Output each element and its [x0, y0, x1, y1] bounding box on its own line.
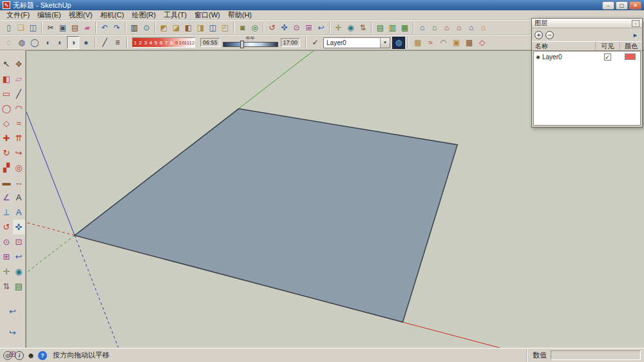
copy-icon[interactable]: ▣ [57, 21, 69, 34]
model-info-icon[interactable]: ⊙ [140, 21, 153, 34]
geolocation-icon[interactable]: ◍ [3, 351, 12, 360]
slider-track[interactable] [223, 42, 278, 47]
look-around-tool[interactable]: ◉ [13, 264, 25, 279]
add-layer-button[interactable]: + [535, 31, 543, 39]
previous-view-tool[interactable]: ↩ [13, 249, 25, 264]
monochrome-style-icon[interactable]: ● [80, 36, 92, 49]
column-header-color[interactable]: 颜色 [620, 42, 642, 51]
measurement-input[interactable] [551, 350, 641, 360]
solid-union-icon[interactable]: ◧ [182, 21, 194, 34]
sandbox-from-contours-icon[interactable]: ≈ [424, 36, 437, 49]
edges-icon[interactable]: ╱ [99, 36, 111, 49]
layer-row[interactable]: ◉ Layer0 ✓ [534, 52, 640, 62]
scene-tab-4[interactable]: 4 [148, 38, 153, 47]
photo-match-icon[interactable]: ◙ [236, 21, 249, 34]
shaded-textures-style-icon[interactable]: ◑ [67, 36, 79, 49]
zoom-extents-icon[interactable]: ⊞ [303, 21, 315, 34]
scene-tab-6[interactable]: 6 [158, 38, 164, 47]
orbit-tool[interactable]: ↺ [1, 220, 13, 234]
tape-measure-tool[interactable]: ▬ [1, 175, 13, 190]
polygon-tool[interactable]: ◇ [1, 116, 13, 131]
sandbox-stamp-icon[interactable]: ▣ [450, 36, 462, 49]
menu-edit[interactable]: 编辑(E) [33, 10, 65, 20]
layer-manager-button[interactable]: ◍ [392, 37, 405, 49]
line-tool[interactable]: ╱ [13, 86, 25, 101]
layer-color-swatch[interactable] [625, 53, 636, 60]
sandbox-flip-edge-icon[interactable]: ◇ [476, 36, 488, 49]
follow-me-tool[interactable]: ↪ [13, 146, 25, 160]
shadow-start-time[interactable]: 06:55 [200, 38, 220, 47]
scene-tab-2[interactable]: 2 [138, 38, 143, 47]
arc-tool[interactable]: ◠ [13, 101, 25, 116]
solid-split-icon[interactable]: ◰ [219, 21, 231, 34]
section-plane-tool[interactable]: ▤ [13, 279, 25, 294]
axis-red-negative[interactable] [26, 222, 75, 235]
menu-file[interactable]: 文件(F) [3, 10, 33, 20]
offset-tool[interactable]: ◎ [13, 160, 25, 175]
make-component-tool[interactable]: ❖ [13, 57, 25, 71]
scene-tab-5[interactable]: 5 [153, 38, 158, 47]
save-icon[interactable]: ◫ [27, 21, 39, 34]
add-location-icon[interactable]: ◎ [249, 21, 261, 34]
column-header-name[interactable]: 名称 [532, 42, 596, 51]
axes-tool[interactable]: ⊥ [1, 205, 13, 220]
menu-help[interactable]: 帮助(H) [224, 10, 256, 20]
paste-icon[interactable]: ▤ [69, 21, 81, 34]
layer-check-icon[interactable]: ✓ [309, 36, 321, 49]
solid-trim-icon[interactable]: ◫ [207, 21, 219, 34]
help-icon[interactable]: ? [38, 351, 47, 360]
position-camera-icon[interactable]: ✛ [332, 21, 345, 34]
user-icon[interactable]: ☻ [26, 351, 35, 360]
axis-blue-positive[interactable] [26, 112, 75, 236]
column-header-visible[interactable]: 可见 [596, 42, 620, 51]
previous-view-extra-tool[interactable]: ↩ [6, 304, 19, 319]
eraser-tool[interactable]: ▱ [13, 71, 25, 86]
circle-tool[interactable]: ◯ [1, 101, 13, 116]
maximize-button[interactable]: ▢ [616, 1, 628, 10]
current-layer-radio-icon[interactable]: ◉ [536, 54, 540, 60]
scale-tool[interactable]: ▞ [1, 160, 13, 175]
text-3d-tool[interactable]: A [13, 205, 25, 220]
scene-tab-1[interactable]: 1 [133, 38, 138, 47]
protractor-tool[interactable]: ∠ [1, 190, 13, 205]
menu-draw[interactable]: 绘图(R) [128, 10, 160, 20]
push-pull-tool[interactable]: ⇈ [13, 131, 25, 146]
back-edges-style-icon[interactable]: ◍ [15, 36, 28, 49]
zoom-tool[interactable]: ⊙ [1, 234, 13, 249]
hidden-line-style-icon[interactable]: ◖ [41, 36, 53, 49]
position-camera-tool[interactable]: ✛ [1, 264, 13, 279]
layer-visible-checkbox[interactable]: ✓ [604, 53, 611, 61]
dimension-tool[interactable]: ↔ [13, 175, 25, 190]
shaded-style-icon[interactable]: ◐ [54, 36, 66, 49]
print-icon[interactable]: ▥ [128, 21, 140, 34]
previous-view-icon[interactable]: ↩ [315, 21, 327, 34]
scene-tab-7[interactable]: 7 [164, 38, 169, 47]
sandbox-from-scratch-icon[interactable]: ▦ [412, 36, 424, 49]
menu-window[interactable]: 窗口(W) [191, 10, 224, 20]
minimize-button[interactable]: – [602, 1, 614, 10]
undo-icon[interactable]: ↶ [99, 21, 111, 34]
view-top-icon[interactable]: ⌂ [428, 21, 440, 34]
scene-tab-10[interactable]: 10 [179, 38, 184, 47]
axis-green-negative[interactable] [26, 235, 75, 272]
look-around-icon[interactable]: ◉ [345, 21, 357, 34]
view-back-icon[interactable]: ⌂ [453, 21, 465, 34]
solid-subtract-icon[interactable]: ◨ [194, 21, 207, 34]
zoom-icon[interactable]: ⊙ [290, 21, 303, 34]
erase-icon[interactable]: ▰ [81, 21, 93, 34]
next-view-tool[interactable]: ↪ [6, 325, 19, 340]
shadow-end-time[interactable]: 17:00 [281, 38, 301, 47]
display-section-planes-icon[interactable]: ▥ [386, 21, 399, 34]
panel-collapse-button[interactable]: ▫ [632, 20, 639, 27]
orbit-icon[interactable]: ↺ [266, 21, 278, 34]
view-front-icon[interactable]: ⌂ [440, 21, 453, 34]
close-button[interactable]: ✕ [629, 1, 641, 10]
delete-layer-button[interactable]: − [545, 31, 554, 39]
slider-thumb[interactable] [240, 41, 244, 48]
menu-camera[interactable]: 相机(C) [96, 10, 128, 20]
zoom-window-tool[interactable]: ⊡ [13, 234, 25, 249]
rotate-tool[interactable]: ↻ [1, 146, 13, 160]
dropdown-arrow-icon[interactable]: ▼ [380, 38, 390, 48]
xray-style-icon[interactable]: ◌ [3, 36, 15, 49]
ground-face[interactable] [75, 109, 457, 322]
